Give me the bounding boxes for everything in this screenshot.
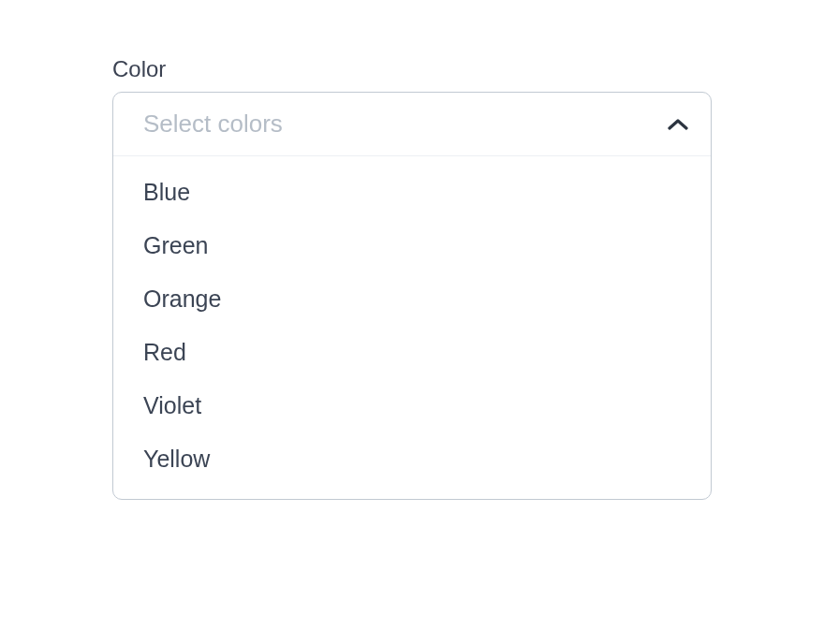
field-label: Color	[112, 56, 712, 82]
select-header[interactable]: Select colors	[113, 93, 711, 156]
chevron-up-icon	[668, 114, 688, 135]
option-blue[interactable]: Blue	[113, 166, 711, 219]
option-violet[interactable]: Violet	[113, 379, 711, 432]
option-green[interactable]: Green	[113, 219, 711, 272]
select-placeholder: Select colors	[143, 110, 283, 139]
options-list: Blue Green Orange Red Violet Yellow	[113, 156, 711, 499]
option-yellow[interactable]: Yellow	[113, 432, 711, 486]
color-select: Select colors Blue Green Orange Red Viol…	[112, 92, 712, 500]
color-field: Color Select colors Blue Green Orange Re…	[112, 56, 712, 500]
option-red[interactable]: Red	[113, 326, 711, 379]
option-orange[interactable]: Orange	[113, 272, 711, 326]
